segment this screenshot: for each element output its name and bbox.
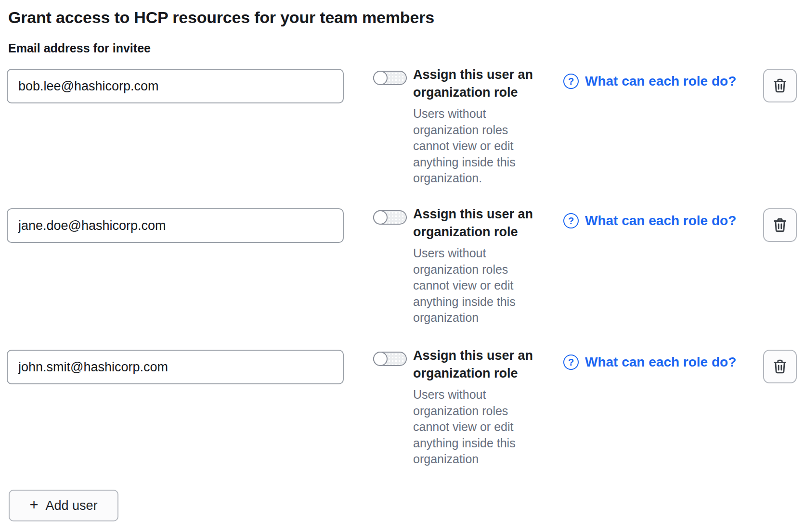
- assign-role-text-block: Assign this user an organization role Us…: [413, 347, 550, 468]
- email-input[interactable]: [7, 350, 344, 384]
- org-role-toggle[interactable]: [373, 71, 407, 85]
- add-user-button[interactable]: + Add user: [9, 490, 118, 521]
- add-user-label: Add user: [46, 498, 98, 513]
- toggle-knob: [373, 71, 388, 85]
- role-info-link-label: What can each role do?: [585, 355, 736, 370]
- assign-role-label: Assign this user an organization role: [413, 347, 550, 382]
- trash-icon: [772, 217, 788, 233]
- trash-icon: [772, 358, 788, 375]
- email-address-label: Email address for invitee: [8, 40, 151, 56]
- invitee-row: Assign this user an organization role Us…: [0, 206, 805, 346]
- email-input[interactable]: [7, 208, 344, 243]
- delete-row-button[interactable]: [763, 69, 797, 102]
- question-mark-circle-icon: ?: [563, 355, 579, 370]
- org-role-toggle[interactable]: [373, 352, 407, 366]
- role-info-link-label: What can each role do?: [585, 74, 736, 89]
- toggle-knob: [373, 352, 388, 366]
- invitee-row: Assign this user an organization role Us…: [0, 67, 805, 206]
- email-input[interactable]: [7, 69, 344, 103]
- role-helper-text: Users without organization roles cannot …: [413, 106, 550, 187]
- delete-row-button[interactable]: [763, 350, 797, 383]
- delete-row-button[interactable]: [763, 208, 797, 242]
- org-role-toggle[interactable]: [373, 210, 407, 225]
- assign-role-label: Assign this user an organization role: [413, 66, 550, 101]
- toggle-knob: [373, 210, 388, 225]
- role-helper-text: Users without organization roles cannot …: [413, 387, 550, 468]
- assign-role-text-block: Assign this user an organization role Us…: [413, 66, 550, 187]
- role-helper-text: Users without organization roles cannot …: [413, 245, 550, 326]
- plus-icon: +: [29, 496, 38, 514]
- role-info-link[interactable]: ? What can each role do?: [563, 355, 736, 370]
- assign-role-text-block: Assign this user an organization role Us…: [413, 205, 550, 326]
- page-title: Grant access to HCP resources for your t…: [8, 7, 434, 28]
- question-mark-circle-icon: ?: [563, 74, 579, 89]
- invite-users-form: Grant access to HCP resources for your t…: [0, 0, 805, 532]
- role-info-link[interactable]: ? What can each role do?: [563, 213, 736, 228]
- role-info-link-label: What can each role do?: [585, 213, 736, 228]
- question-mark-circle-icon: ?: [563, 213, 579, 228]
- invitee-row: Assign this user an organization role Us…: [0, 348, 805, 487]
- assign-role-label: Assign this user an organization role: [413, 205, 550, 241]
- trash-icon: [772, 77, 788, 94]
- role-info-link[interactable]: ? What can each role do?: [563, 74, 736, 89]
